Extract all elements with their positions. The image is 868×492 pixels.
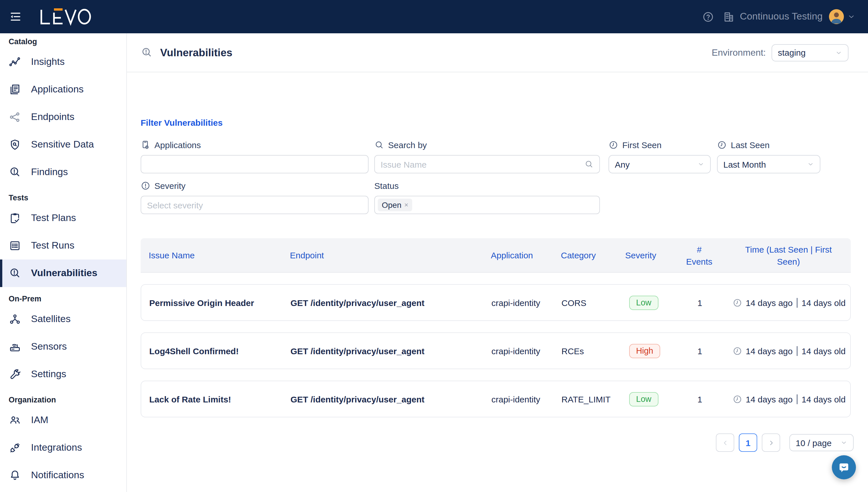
product-name: Continuous Testing [740, 11, 823, 22]
search-alert-icon [8, 267, 21, 279]
organization-icon [722, 10, 735, 23]
time-cell: 14 days ago14 days old [727, 285, 851, 320]
page-1-button[interactable]: 1 [739, 434, 757, 452]
status-select[interactable]: Open × [374, 196, 600, 214]
list-icon [8, 239, 21, 252]
chevron-down-icon [807, 161, 814, 168]
close-icon[interactable]: × [404, 201, 408, 209]
status-tag-open[interactable]: Open × [378, 199, 413, 211]
severity-label: Severity [141, 180, 185, 191]
issue-name: Permissive Origin Header [141, 285, 291, 320]
pagination: 1 10 / page [127, 434, 854, 452]
application: crapi-identity [491, 381, 562, 417]
sidebar-item-test-plans[interactable]: Test Plans [0, 204, 126, 232]
issue-name-search[interactable] [374, 155, 600, 173]
vulnerabilities-table: Issue Name Endpoint Application Category… [141, 238, 851, 417]
sidebar-item-integrations[interactable]: Integrations [0, 434, 126, 462]
severity-cell: Low [626, 381, 673, 417]
col-severity: Severity [625, 238, 672, 272]
sidebar-section-catalog: Catalog [0, 35, 126, 48]
time-cell: 14 days ago14 days old [727, 381, 851, 417]
clipboard-check-icon [8, 212, 21, 224]
sidebar-item-notifications[interactable]: Notifications [0, 462, 126, 489]
severity-badge: High [629, 344, 660, 358]
documents-icon [8, 83, 21, 96]
table-header-row: Issue Name Endpoint Application Category… [141, 238, 851, 273]
page-size-select[interactable]: 10 / page [789, 434, 854, 451]
chevron-down-icon[interactable] [847, 13, 855, 21]
environment-label: Environment: [712, 47, 766, 58]
col-time: Time (Last Seen | First Seen) [726, 238, 851, 272]
col-category: Category [561, 238, 625, 272]
sidebar-item-test-runs[interactable]: Test Runs [0, 232, 126, 260]
endpoint: GET /identity/privacy/user_agent [291, 333, 491, 369]
col-endpoint: Endpoint [290, 238, 491, 272]
sidebar-collapse-icon[interactable] [8, 10, 22, 24]
col-application: Application [491, 238, 561, 272]
sidebar-item-satellites[interactable]: Satellites [0, 305, 126, 333]
app-window: Continuous Testing Catalog Insights Appl… [0, 0, 868, 492]
clock-icon [733, 346, 742, 355]
chevron-right-icon [767, 439, 775, 446]
divider [797, 298, 798, 308]
table-row[interactable]: Permissive Origin Header GET /identity/p… [141, 284, 851, 321]
issue-name: Log4Shell Confirmed! [141, 333, 291, 369]
severity-badge: Low [629, 295, 658, 310]
environment-select[interactable]: staging [772, 44, 848, 61]
next-page-button[interactable] [762, 434, 780, 452]
category: RATE_LIMIT [562, 381, 626, 417]
sidebar-section-on-prem: On-Prem [0, 293, 126, 305]
col-events: # Events [672, 238, 726, 272]
help-icon[interactable] [702, 10, 714, 23]
sidebar-item-endpoints[interactable]: Endpoints [0, 103, 126, 131]
sidebar-item-sensitive-data[interactable]: Sensitive Data [0, 131, 126, 158]
sidebar-item-vulnerabilities[interactable]: Vulnerabilities [0, 260, 126, 287]
severity-select[interactable] [141, 196, 369, 214]
search-alert-icon [141, 47, 153, 58]
sidebar-item-sensors[interactable]: Sensors [0, 333, 126, 361]
filter-vulnerabilities-link[interactable]: Filter Vulnerabilities [141, 118, 223, 127]
applications-input[interactable] [147, 159, 362, 169]
device-gear-icon [141, 140, 150, 150]
chat-launcher-button[interactable] [832, 455, 856, 479]
share-nodes-icon [8, 111, 21, 123]
plug-icon [8, 441, 21, 454]
sidebar-item-iam[interactable]: IAM [0, 407, 126, 434]
sidebar-item-findings[interactable]: Findings [0, 158, 126, 186]
issue-name: Lack of Rate Limits! [141, 381, 291, 417]
users-icon [8, 414, 21, 426]
application: crapi-identity [491, 333, 562, 369]
sidebar-item-insights[interactable]: Insights [0, 48, 126, 76]
first-seen-select[interactable]: Any [609, 155, 711, 173]
time-cell: 14 days ago14 days old [727, 333, 851, 369]
endpoint: GET /identity/privacy/user_agent [291, 381, 491, 417]
applications-filter-input[interactable] [141, 155, 369, 173]
events-count: 1 [673, 381, 727, 417]
page-title: Vulnerabilities [160, 46, 232, 59]
category: RCEs [562, 333, 626, 369]
status-label: Status [374, 180, 399, 191]
search-icon[interactable] [585, 159, 594, 169]
search-alert-icon [8, 166, 21, 178]
bell-icon [8, 469, 21, 482]
last-seen-select[interactable]: Last Month [717, 155, 820, 173]
prev-page-button[interactable] [716, 434, 734, 452]
avatar[interactable] [829, 9, 844, 24]
page-header: Vulnerabilities Environment: staging [127, 33, 868, 72]
table-row[interactable]: Log4Shell Confirmed! GET /identity/priva… [141, 333, 851, 369]
divider [797, 394, 798, 404]
main-content: Vulnerabilities Environment: staging Fil… [127, 33, 868, 492]
sidebar-item-applications[interactable]: Applications [0, 76, 126, 103]
chevron-down-icon [840, 439, 847, 446]
first-seen-label: First Seen [609, 139, 662, 150]
alert-circle-icon [141, 180, 150, 190]
severity-badge: Low [629, 392, 658, 406]
endpoint: GET /identity/privacy/user_agent [291, 285, 491, 320]
severity-input[interactable] [147, 200, 362, 210]
table-row[interactable]: Lack of Rate Limits! GET /identity/priva… [141, 380, 851, 417]
first-seen: 14 days old [802, 393, 846, 405]
issue-name-input[interactable] [380, 159, 581, 169]
sidebar-item-settings[interactable]: Settings [0, 361, 126, 388]
severity-cell: High [626, 333, 673, 369]
chevron-left-icon [721, 439, 729, 446]
